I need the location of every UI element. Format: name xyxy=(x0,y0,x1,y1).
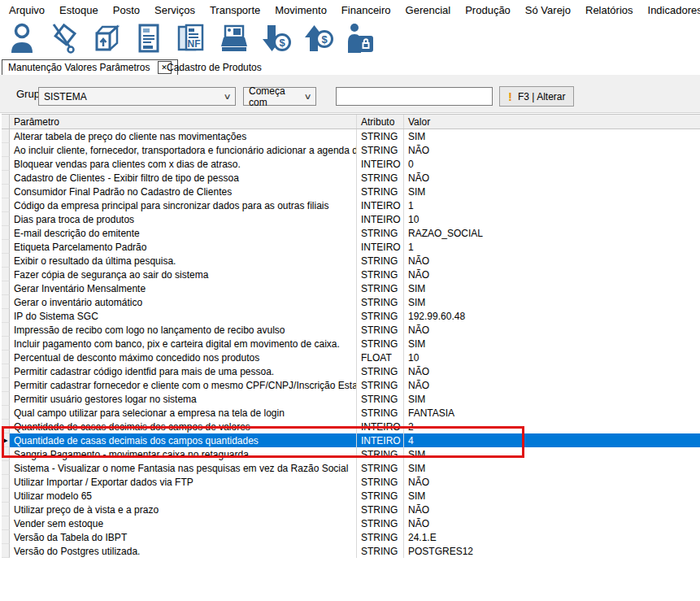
row-selector[interactable]: ▶ xyxy=(2,433,10,447)
row-selector[interactable] xyxy=(2,268,10,281)
table-row[interactable]: Utilizar Importar / Exportar dados via F… xyxy=(2,475,700,489)
menu-item-relatorios[interactable]: Relatórios xyxy=(578,4,641,16)
row-selector[interactable] xyxy=(2,544,10,558)
table-row[interactable]: Utilizar preço de à vista e a prazoSTRIN… xyxy=(2,503,700,516)
security-user-button[interactable] xyxy=(342,22,378,58)
tab-manutencao-valores-parametros[interactable]: Manutenção Valores Parâmetros ✕ xyxy=(2,59,178,75)
menu-item-estoque[interactable]: Estoque xyxy=(52,4,106,16)
menu-item-arquivo[interactable]: Arquivo xyxy=(2,4,52,16)
cell-atributo: STRING xyxy=(357,378,404,392)
order-document-button[interactable] xyxy=(131,22,167,58)
table-row[interactable]: E-mail descrição do emitenteSTRINGRAZAO_… xyxy=(2,226,700,240)
row-selector[interactable] xyxy=(2,503,10,516)
column-header-parametro[interactable]: Parâmetro xyxy=(10,115,357,128)
table-row[interactable]: Consumidor Final Padrão no Cadastro de C… xyxy=(2,185,700,198)
cell-valor: NÃO xyxy=(404,475,700,489)
table-row[interactable]: Permitir cadastrar fornecedor e cliente … xyxy=(2,378,700,392)
table-row[interactable]: Gerar o inventário automáticoSTRINGSIM xyxy=(2,295,700,309)
delivery-button[interactable] xyxy=(46,22,82,58)
row-selector[interactable] xyxy=(2,420,10,433)
row-selector[interactable] xyxy=(2,281,10,295)
column-header-valor[interactable]: Valor xyxy=(404,115,700,128)
table-row[interactable]: Exibir o resultado da última pesquisa.ST… xyxy=(2,254,700,268)
menu-item-so-varejo[interactable]: Só Varejo xyxy=(518,4,578,16)
row-selector[interactable] xyxy=(2,323,10,337)
group-select[interactable]: SISTEMA ∨ xyxy=(38,87,236,106)
table-row[interactable]: Bloquear vendas para clientes com x dias… xyxy=(2,157,700,171)
row-selector[interactable] xyxy=(2,309,10,323)
row-selector[interactable] xyxy=(2,378,10,392)
cell-valor: SIM xyxy=(404,281,700,295)
column-header-atributo[interactable]: Atributo xyxy=(357,115,404,128)
cell-parametro: Utilizar modelo 65 xyxy=(10,489,357,503)
product-button[interactable] xyxy=(89,22,124,58)
table-row[interactable]: Fazer cópia de segurança ao sair do sist… xyxy=(2,268,700,281)
menu-item-transporte[interactable]: Transporte xyxy=(202,4,267,16)
table-row[interactable]: Versão da Tabela do IBPTSTRING24.1.E xyxy=(2,530,700,544)
row-selector[interactable] xyxy=(2,475,10,489)
table-row[interactable]: Versão do Postgres utilizada.STRINGPOSTG… xyxy=(2,544,700,558)
table-row[interactable]: Percentual de desconto máximo concedido … xyxy=(2,351,700,364)
row-selector[interactable] xyxy=(2,351,10,364)
row-selector[interactable] xyxy=(2,406,10,420)
table-row[interactable]: Dias para troca de produtosINTEIRO10 xyxy=(2,212,700,226)
row-selector[interactable] xyxy=(2,447,10,461)
table-row[interactable]: Cadastro de Clientes - Exibir filtro de … xyxy=(2,171,700,185)
table-row[interactable]: Vender sem estoqueSTRINGNÃO xyxy=(2,516,700,530)
row-selector[interactable] xyxy=(2,392,10,406)
row-selector[interactable] xyxy=(2,157,10,171)
menu-item-producao[interactable]: Produção xyxy=(458,4,518,16)
cash-register-button[interactable] xyxy=(215,22,251,58)
tab-cadastro-de-produtos[interactable]: Cadastro de Produtos xyxy=(160,59,268,75)
row-selector[interactable] xyxy=(2,254,10,268)
menu-item-movimento[interactable]: Movimento xyxy=(267,4,334,16)
menu-item-posto[interactable]: Posto xyxy=(106,4,147,16)
row-selector[interactable] xyxy=(2,143,10,157)
row-selector[interactable] xyxy=(2,171,10,185)
table-row[interactable]: Permitir cadastrar código identfid para … xyxy=(2,364,700,378)
nf-invoice-button[interactable]: NF xyxy=(173,22,209,58)
menu-item-financeiro[interactable]: Financeiro xyxy=(334,4,398,16)
row-selector[interactable] xyxy=(2,295,10,309)
row-selector[interactable] xyxy=(2,461,10,475)
money-in-button[interactable]: $ xyxy=(258,22,293,58)
table-row[interactable]: Ao incluir cliente, fornecedor, transpor… xyxy=(2,143,700,157)
table-row[interactable]: Qual campo utilizar para selecionar a em… xyxy=(2,406,700,420)
alter-button[interactable]: ! F3 | Alterar xyxy=(499,86,574,107)
table-row[interactable]: ▶Quantidade de casas decimais dos campos… xyxy=(2,433,700,447)
table-row[interactable]: Código da empresa principal para sincron… xyxy=(2,198,700,212)
search-input[interactable] xyxy=(336,87,493,106)
match-mode-select[interactable]: Começa com ∨ xyxy=(243,87,316,106)
table-row[interactable]: Etiqueta Parcelamento PadrãoINTEIRO1 xyxy=(2,240,700,254)
cell-parametro: Quantidade de casas decimais dos campos … xyxy=(10,433,357,447)
menu-item-indicadores[interactable]: Indicadores xyxy=(641,4,700,16)
menu-item-gerencial[interactable]: Gerencial xyxy=(398,4,459,16)
menu-item-servicos[interactable]: Serviços xyxy=(147,4,202,16)
table-row[interactable]: Impressão de recibo com logo no lançamen… xyxy=(2,323,700,337)
row-selector[interactable] xyxy=(2,364,10,378)
table-row[interactable]: IP do Sistema SGCSTRING192.99.60.48 xyxy=(2,309,700,323)
table-header: Parâmetro Atributo Valor xyxy=(2,114,700,129)
row-selector[interactable] xyxy=(2,337,10,351)
table-row[interactable]: Sistema - Visualizar o nome Fantasia nas… xyxy=(2,461,700,475)
table-row[interactable]: Incluir pagamento com banco, pix e carte… xyxy=(2,337,700,351)
row-selector[interactable] xyxy=(2,198,10,212)
table-row[interactable]: Sangria Pagamento - movimentar caixa no … xyxy=(2,447,700,461)
package-icon xyxy=(90,22,123,58)
cell-valor: SIM xyxy=(404,392,700,406)
row-selector[interactable] xyxy=(2,226,10,240)
money-out-button[interactable]: $ xyxy=(300,22,336,58)
row-selector[interactable] xyxy=(2,240,10,254)
table-row[interactable]: Alterar tabela de preço do cliente nas m… xyxy=(2,129,700,143)
table-row[interactable]: Gerar Inventário MensalmenteSTRINGSIM xyxy=(2,281,700,295)
table-row[interactable]: Quantidade de casas decimais dos campos … xyxy=(2,420,700,433)
table-row[interactable]: Permitir usuário gestores logar no siste… xyxy=(2,392,700,406)
row-selector[interactable] xyxy=(2,185,10,198)
row-selector[interactable] xyxy=(2,489,10,503)
row-selector[interactable] xyxy=(2,212,10,226)
row-selector[interactable] xyxy=(2,516,10,530)
row-selector[interactable] xyxy=(2,129,10,143)
row-selector[interactable] xyxy=(2,530,10,544)
table-row[interactable]: Utilizar modelo 65STRINGSIM xyxy=(2,489,700,503)
user-button[interactable] xyxy=(4,22,40,58)
